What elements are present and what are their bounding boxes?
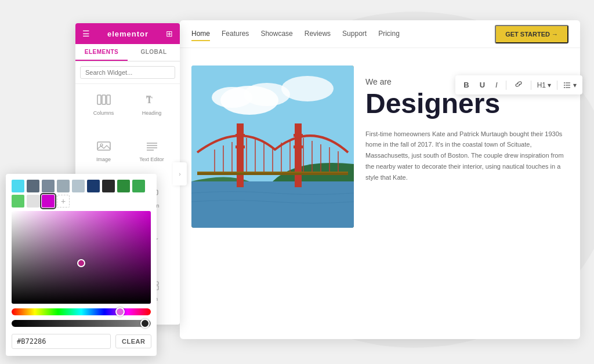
toolbar-separator-2 [531,81,531,90]
swatch-cyan[interactable] [12,180,24,192]
panel-header: ☰ elementor ⊞ [75,23,180,44]
swatch-green[interactable] [117,180,130,192]
hamburger-icon[interactable]: ☰ [82,29,90,38]
nav-cta-button[interactable]: GET STARTED → [495,25,568,43]
svg-rect-0 [97,95,101,104]
svg-rect-1 [102,95,106,104]
swatch-slate[interactable] [27,180,39,192]
preview-nav: Home Features Showcase Reviews Support P… [180,20,580,48]
widget-columns[interactable]: Columns [80,89,127,134]
swatch-light-gray[interactable] [57,180,70,192]
nav-links: Home Features Showcase Reviews Support P… [191,27,495,41]
search-input[interactable] [80,66,175,79]
svg-rect-32 [295,123,302,187]
svg-point-58 [564,87,565,88]
nav-link-pricing[interactable]: Pricing [378,27,400,41]
panel-tabs: ELEMENTS GLOBAL [75,44,180,61]
preview-image [191,65,354,228]
opacity-slider-container [6,318,157,332]
swatch-gray[interactable] [42,180,55,192]
hue-slider-container [6,304,157,318]
grid-icon[interactable]: ⊞ [166,29,173,38]
image-icon [97,141,111,154]
opacity-thumb[interactable] [140,319,150,328]
swatch-white-gray[interactable] [27,195,39,208]
svg-rect-2 [107,95,110,104]
swatch-pale-blue[interactable] [72,180,85,192]
widget-image-label: Image [96,156,111,162]
svg-rect-34 [236,145,245,148]
swatch-add-button[interactable]: + [57,195,70,208]
nav-link-showcase[interactable]: Showcase [260,27,292,41]
underline-button[interactable]: U [477,79,487,90]
color-picker-dot[interactable] [77,259,85,267]
widget-heading-label: Heading [142,110,162,116]
color-gradient-area[interactable] [12,211,151,304]
swatch-magenta[interactable] [42,195,55,208]
color-swatches: + [6,174,157,211]
link-button[interactable] [512,79,525,91]
toolbar-separator-3 [557,81,557,90]
text-editor-icon [145,141,159,154]
widget-heading[interactable]: T Heading [128,89,175,134]
brand-logo: elementor [107,30,148,38]
text-formatting-toolbar: B U I H1 ▾ ▾ [455,75,582,94]
hue-thumb[interactable] [115,307,125,316]
nav-link-home[interactable]: Home [191,27,210,41]
list-button[interactable]: ▾ [563,81,577,89]
heading-chevron: ▾ [548,81,551,89]
svg-rect-5 [97,142,110,150]
italic-button[interactable]: I [493,79,500,90]
tab-elements[interactable]: ELEMENTS [75,44,128,61]
heading-select[interactable]: H1 ▾ [537,81,551,89]
widget-text-editor-label: Text Editor [139,156,164,162]
swatch-navy[interactable] [87,180,100,192]
clear-button[interactable]: CLEAR [115,334,151,348]
tab-global[interactable]: GLOBAL [128,44,180,61]
heading-label: H1 [537,81,546,89]
nav-link-reviews[interactable]: Reviews [305,27,331,41]
svg-point-6 [100,144,103,146]
opacity-slider[interactable] [12,320,151,327]
svg-point-56 [564,82,565,83]
panel-collapse-button[interactable]: › [173,162,187,185]
hue-slider[interactable] [12,308,151,315]
svg-rect-52 [197,173,348,175]
swatch-medium-green[interactable] [132,180,145,192]
list-chevron: ▾ [573,81,577,89]
website-preview: Home Features Showcase Reviews Support P… [180,20,580,339]
widget-columns-label: Columns [93,110,114,116]
svg-point-28 [212,87,252,108]
svg-rect-36 [294,145,303,148]
widget-search-bar [75,61,180,84]
gradient-darkness [12,211,151,304]
swatch-light-green[interactable] [12,195,24,208]
swatch-dark[interactable] [102,180,115,192]
svg-point-57 [564,85,565,86]
toolbar-separator-1 [506,81,506,90]
color-input-row: CLEAR [6,332,157,349]
bold-button[interactable]: B [461,79,471,90]
svg-rect-31 [237,123,244,187]
hex-input[interactable] [12,334,111,349]
nav-link-support[interactable]: Support [342,27,367,41]
columns-icon [97,94,111,108]
heading-icon: T [145,94,159,108]
svg-point-29 [281,76,334,101]
preview-body-text: First-time homeowners Kate and Patrick M… [365,129,568,183]
svg-rect-30 [191,181,354,228]
color-picker: + CLEAR [6,174,157,356]
nav-link-features[interactable]: Features [222,27,249,41]
